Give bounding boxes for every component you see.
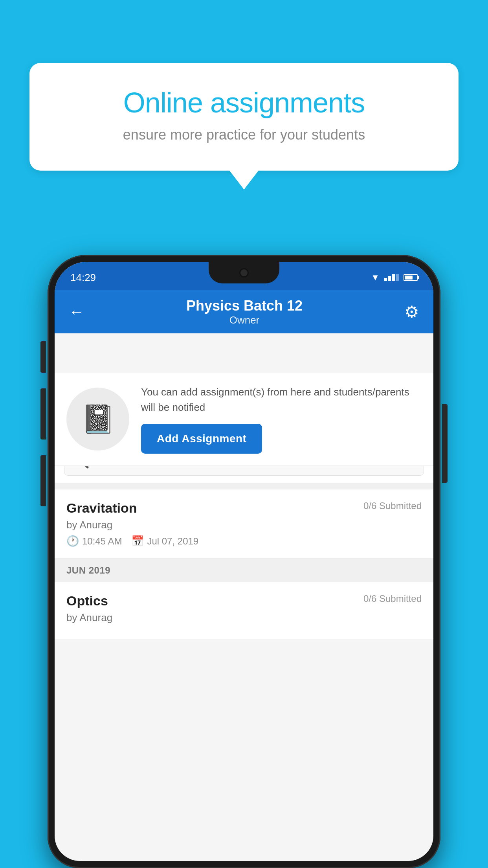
battery-icon [404,274,418,281]
info-card: 📓 You can add assignment(s) from here an… [55,373,433,466]
section-jun-2019: JUN 2019 Optics 0/6 Submitted by Anurag [55,559,433,639]
header-title: Physics Batch 12 [186,298,303,314]
app-header: ← Physics Batch 12 Owner ⚙ [55,290,433,333]
notebook-icon: 📓 [81,403,115,435]
phone-volume-up-button [40,388,46,440]
assignment-item-header-optics: Optics 0/6 Submitted [66,593,422,609]
signal-bars-icon [384,274,399,281]
battery-fill [405,276,413,280]
phone-screen: 14:29 ▼ [55,262,433,861]
status-icons: ▼ [371,269,418,283]
submitted-badge-optics: 0/6 Submitted [363,593,422,604]
speech-bubble: Online assignments ensure more practice … [29,63,459,171]
signal-bar-3 [392,274,395,281]
phone-right-button [442,404,448,483]
phone-notch [209,262,279,283]
clock-icon: 🕐 [66,535,79,547]
header-title-group: Physics Batch 12 Owner [186,298,303,326]
assignment-item-header: Gravitation 0/6 Submitted [66,500,422,516]
back-button[interactable]: ← [69,303,84,321]
wifi-icon: ▼ [371,272,380,283]
signal-bar-1 [384,278,387,281]
scroll-content: IEW STUDENTS ASSIGNMENTS ANNOUNCEMEN [55,333,433,639]
signal-bar-2 [388,276,391,281]
content-area: IEW STUDENTS ASSIGNMENTS ANNOUNCEMEN [55,333,433,861]
assignment-icon-circle: 📓 [66,388,129,451]
assignment-author-optics: by Anurag [66,612,422,624]
phone-outer: 14:29 ▼ [48,255,440,868]
info-card-text: You can add assignment(s) from here and … [141,384,422,415]
assignment-date-gravitation: 📅 Jul 07, 2019 [131,535,198,547]
signal-bar-4 [396,274,399,281]
info-card-right: You can add assignment(s) from here and … [141,384,422,454]
assignment-optics[interactable]: Optics 0/6 Submitted by Anurag [55,582,433,639]
assignment-gravitation[interactable]: Gravitation 0/6 Submitted by Anurag 🕐 10… [55,489,433,559]
phone-power-button [40,341,46,373]
phone-volume-down-button [40,455,46,506]
settings-icon[interactable]: ⚙ [404,302,419,322]
calendar-icon: 📅 [131,535,144,547]
assignment-title-optics: Optics [66,593,108,609]
phone-container: 14:29 ▼ [48,255,440,868]
header-subtitle: Owner [186,314,303,326]
front-camera [239,268,249,278]
section-header-jun: JUN 2019 [55,559,433,582]
assignment-title-gravitation: Gravitation [66,500,137,516]
assignment-time-gravitation: 🕐 10:45 AM [66,535,122,547]
assignment-author-gravitation: by Anurag [66,519,422,531]
speech-bubble-title: Online assignments [57,86,431,119]
submitted-badge-gravitation: 0/6 Submitted [363,500,422,511]
status-time: 14:29 [70,268,96,284]
add-assignment-button[interactable]: Add Assignment [141,424,262,454]
speech-bubble-container: Online assignments ensure more practice … [29,63,459,171]
speech-bubble-subtitle: ensure more practice for your students [57,127,431,143]
assignment-meta-gravitation: 🕐 10:45 AM 📅 Jul 07, 2019 [66,535,422,547]
